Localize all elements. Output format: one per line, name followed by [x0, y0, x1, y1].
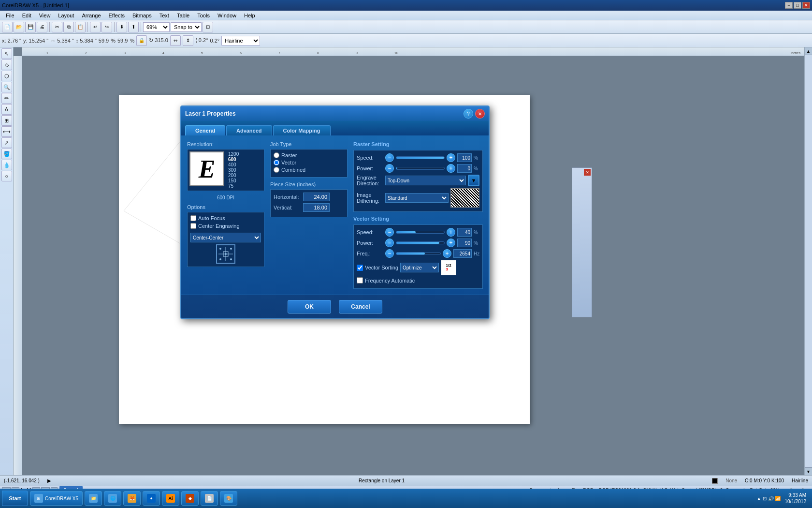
ok-button[interactable]: OK — [288, 300, 331, 314]
vector-freq-plus[interactable]: + — [443, 249, 451, 258]
vector-speed-minus[interactable]: − — [385, 228, 394, 237]
engrave-dir-arrow[interactable]: ▼ — [468, 175, 479, 186]
import-button[interactable]: ⬇ — [116, 22, 127, 32]
new-button[interactable]: 📄 — [2, 22, 13, 32]
center-engraving-checkbox[interactable] — [190, 223, 196, 229]
mirror-h-btn[interactable]: ⇔ — [170, 35, 181, 46]
raster-power-input[interactable] — [457, 164, 472, 173]
hairline-dropdown[interactable]: Hairline — [221, 36, 260, 45]
combined-radio[interactable] — [274, 167, 279, 173]
menu-window[interactable]: Window — [214, 12, 240, 19]
raster-speed-minus[interactable]: − — [385, 153, 394, 162]
export-button[interactable]: ⬆ — [128, 22, 139, 32]
raster-radio[interactable] — [274, 152, 279, 158]
taskbar-app5[interactable]: ● — [143, 491, 160, 506]
vector-freq-input[interactable] — [453, 249, 472, 258]
tab-general[interactable]: General — [185, 125, 225, 135]
vector-freq-track[interactable] — [396, 252, 441, 255]
engrave-dir-dropdown[interactable]: Top-Down Bottom-Up — [385, 176, 466, 185]
freq-auto-checkbox[interactable] — [357, 277, 363, 284]
vector-power-plus[interactable]: + — [447, 239, 455, 247]
vector-speed-input[interactable] — [457, 228, 472, 237]
select-tool[interactable]: ↖ — [1, 48, 12, 59]
text-tool[interactable]: A — [1, 104, 12, 115]
dpi-200[interactable]: 200 — [228, 173, 239, 178]
auto-focus-checkbox[interactable] — [190, 215, 196, 221]
scroll-up-button[interactable]: ▲ — [805, 47, 812, 55]
taskbar-app9[interactable]: 🎨 — [220, 491, 237, 506]
dialog-close-button[interactable]: ✕ — [475, 109, 485, 119]
connector-tool[interactable]: ↗ — [1, 137, 12, 148]
shape-tool[interactable]: ◇ — [1, 60, 12, 70]
outline-tool[interactable]: ○ — [1, 171, 12, 181]
menu-table[interactable]: Table — [173, 12, 193, 19]
horizontal-input[interactable] — [303, 193, 330, 201]
raster-power-minus[interactable]: − — [385, 164, 394, 173]
mirror-v-btn[interactable]: ⇕ — [183, 35, 193, 46]
freehand-tool[interactable]: ✏ — [1, 93, 12, 104]
menu-edit[interactable]: Edit — [18, 12, 35, 19]
raster-speed-track[interactable] — [396, 156, 445, 159]
lock-btn[interactable]: 🔒 — [136, 35, 147, 46]
open-button[interactable]: 📂 — [14, 22, 24, 32]
menu-layout[interactable]: Layout — [54, 12, 78, 19]
dithering-dropdown[interactable]: Standard Floyd — [385, 193, 449, 203]
position-dropdown[interactable]: Center-Center Top-Left — [190, 233, 261, 242]
menu-bitmaps[interactable]: Bitmaps — [129, 12, 156, 19]
raster-power-track[interactable] — [396, 167, 445, 170]
scroll-down-button[interactable]: ▼ — [805, 467, 812, 475]
menu-tools[interactable]: Tools — [193, 12, 214, 19]
vector-radio[interactable] — [274, 160, 279, 165]
dpi-300[interactable]: 300 — [228, 167, 239, 173]
crop-tool[interactable]: ⬡ — [1, 71, 12, 81]
start-button[interactable]: Start — [2, 491, 28, 506]
vector-speed-plus[interactable]: + — [447, 228, 455, 237]
menu-effects[interactable]: Effects — [105, 12, 129, 19]
vector-power-input[interactable] — [457, 239, 472, 247]
zoom-tool[interactable]: 🔍 — [1, 82, 12, 92]
secondary-dialog-close[interactable]: ✕ — [584, 169, 591, 176]
vector-freq-minus[interactable]: − — [385, 249, 394, 258]
redo-button[interactable]: ↪ — [102, 22, 112, 32]
dpi-600[interactable]: 600 — [228, 157, 239, 162]
menu-help[interactable]: Help — [240, 12, 259, 19]
zoom-dropdown[interactable]: 69% 100% — [143, 22, 170, 32]
raster-speed-plus[interactable]: + — [447, 153, 455, 162]
save-button[interactable]: 💾 — [25, 22, 36, 32]
close-button[interactable]: ✕ — [802, 2, 810, 9]
vector-power-minus[interactable]: − — [385, 239, 394, 247]
minimize-button[interactable]: − — [785, 2, 793, 9]
dim-tool[interactable]: ⟷ — [1, 126, 12, 137]
raster-speed-input[interactable] — [457, 153, 472, 162]
menu-text[interactable]: Text — [156, 12, 173, 19]
print-button[interactable]: 🖨 — [37, 22, 47, 32]
undo-button[interactable]: ↩ — [90, 22, 101, 32]
paste-button[interactable]: 📋 — [75, 22, 86, 32]
maximize-button[interactable]: □ — [794, 2, 801, 9]
taskbar-app8[interactable]: 📄 — [201, 491, 218, 506]
dpi-75[interactable]: 75 — [228, 183, 239, 189]
right-scrollbar[interactable]: ▲ ▼ — [804, 47, 812, 475]
taskbar-illustrator-app[interactable]: Ai — [162, 491, 179, 506]
menu-view[interactable]: View — [35, 12, 55, 19]
sorting-dropdown[interactable]: Optimize — [400, 263, 439, 272]
raster-power-plus[interactable]: + — [447, 164, 455, 173]
tab-advanced[interactable]: Advanced — [226, 125, 272, 135]
fill-tool[interactable]: 🪣 — [1, 149, 12, 159]
system-clock[interactable]: 9:33 AM 10/1/2012 — [785, 492, 807, 505]
taskbar-browser-app[interactable]: 🌐 — [104, 491, 121, 506]
dpi-400[interactable]: 400 — [228, 162, 239, 167]
cancel-button[interactable]: Cancel — [339, 300, 382, 314]
dpi-1200[interactable]: 1200 — [228, 151, 239, 157]
color-eyedrop[interactable]: 💧 — [1, 160, 12, 170]
copy-button[interactable]: ⧉ — [63, 22, 74, 32]
menu-arrange[interactable]: Arrange — [78, 12, 104, 19]
snap-dropdown[interactable]: Snap to — [171, 22, 202, 32]
table-tool[interactable]: ⊞ — [1, 115, 12, 126]
menu-file[interactable]: File — [2, 12, 18, 19]
vertical-input[interactable] — [303, 203, 330, 212]
snap-btn[interactable]: ⊡ — [203, 22, 213, 32]
dpi-150[interactable]: 150 — [228, 178, 239, 183]
dialog-help-button[interactable]: ? — [464, 109, 473, 119]
vector-sorting-checkbox[interactable] — [357, 265, 363, 271]
